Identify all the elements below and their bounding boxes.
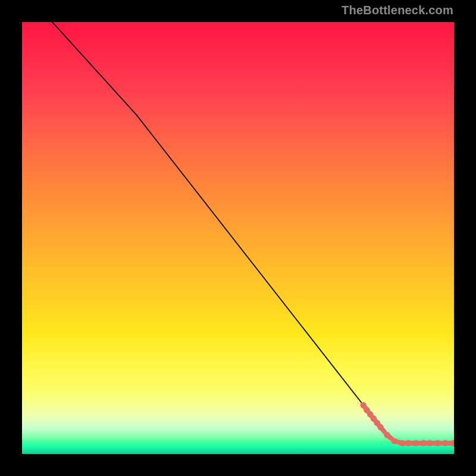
watermark-text: TheBottleneck.com (342, 4, 453, 17)
dot-point (384, 432, 390, 438)
dot-point (434, 440, 440, 446)
dot-point (392, 438, 397, 444)
dot-point (427, 440, 433, 446)
chart-svg (22, 22, 454, 454)
dot-point (421, 440, 427, 446)
dot-point (405, 440, 411, 446)
chart-plot-area (22, 22, 454, 454)
chart-stage: TheBottleneck.com (0, 0, 476, 476)
dot-point (399, 440, 405, 446)
dot-point (377, 424, 383, 430)
curve-line (52, 22, 454, 443)
dotted-tail (360, 402, 454, 446)
dot-point (442, 440, 448, 446)
dot-point (413, 440, 419, 446)
